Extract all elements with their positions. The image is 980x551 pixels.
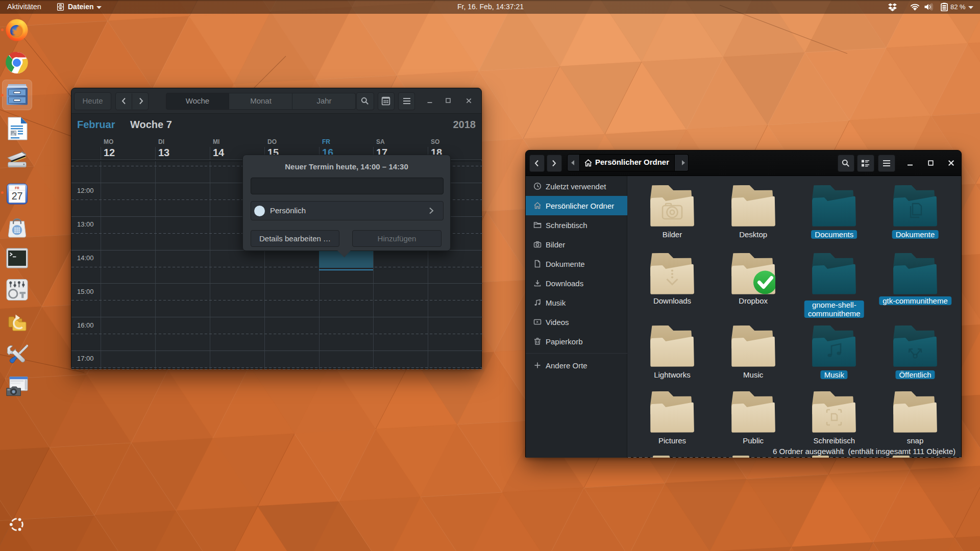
svg-text:27: 27 <box>12 190 23 202</box>
svg-text:FR: FR <box>15 186 19 190</box>
